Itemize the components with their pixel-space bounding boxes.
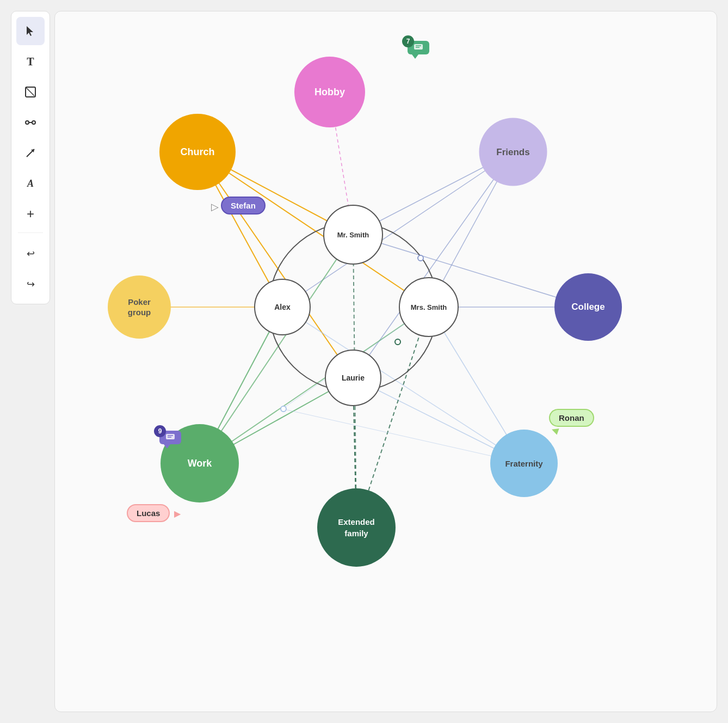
select-tool[interactable]	[16, 17, 45, 45]
svg-rect-36	[414, 44, 423, 50]
svg-point-3	[26, 121, 29, 124]
connect-tool[interactable]	[16, 108, 45, 137]
label-ronan[interactable]: Ronan ▶	[549, 409, 594, 427]
node-exfamily[interactable]: Extendedfamily	[317, 488, 396, 567]
label-lucas[interactable]: Lucas ▶	[127, 504, 170, 522]
node-work-label: Work	[188, 458, 212, 469]
node-laurie[interactable]: Laurie	[325, 350, 381, 406]
node-poker[interactable]: Pokergroup	[108, 275, 171, 339]
node-hobby-label: Hobby	[314, 87, 345, 98]
stefan-label: Stefan	[231, 201, 256, 210]
text-tool[interactable]: T	[16, 47, 45, 76]
toolbar: T A + ↩ ↪	[11, 11, 50, 304]
graph-canvas[interactable]: Hobby Church Friends Pokergroup College …	[54, 11, 717, 712]
toolbar-divider	[18, 232, 43, 233]
svg-marker-0	[27, 26, 33, 36]
svg-point-33	[418, 255, 423, 261]
svg-line-2	[26, 87, 34, 96]
svg-rect-39	[166, 434, 175, 439]
svg-line-16	[282, 152, 513, 307]
node-fraternity[interactable]: Fraternity	[490, 430, 558, 497]
node-friends-label: Friends	[496, 146, 529, 157]
node-alex[interactable]: Alex	[254, 279, 311, 335]
node-laurie-label: Laurie	[342, 373, 365, 382]
redo-button[interactable]: ↪	[16, 270, 45, 298]
draw-tool[interactable]: A	[16, 169, 45, 198]
node-church[interactable]: Church	[159, 114, 236, 190]
svg-line-18	[353, 235, 588, 307]
svg-point-4	[32, 121, 35, 124]
svg-line-25	[200, 235, 353, 463]
add-tool[interactable]: +	[16, 200, 45, 228]
badge-purple[interactable]: 9	[159, 431, 181, 444]
node-alex-label: Alex	[274, 303, 291, 311]
node-mrssmith-label: Mrs. Smith	[411, 303, 447, 311]
svg-line-30	[282, 409, 524, 463]
node-mrssmith[interactable]: Mrs. Smith	[399, 277, 459, 337]
node-college-label: College	[571, 302, 604, 313]
arrow-tool[interactable]	[16, 139, 45, 167]
edges-svg	[55, 11, 717, 712]
badge2-count: 9	[158, 427, 162, 435]
node-poker-label: Pokergroup	[128, 297, 151, 318]
node-exfamily-label: Extendedfamily	[338, 516, 375, 539]
sticky-tool[interactable]	[16, 78, 45, 106]
svg-line-15	[353, 152, 513, 378]
node-college[interactable]: College	[554, 273, 622, 341]
undo-button[interactable]: ↩	[16, 240, 45, 268]
node-mrsmith[interactable]: Mr. Smith	[323, 205, 383, 265]
ronan-label: Ronan	[559, 413, 584, 422]
svg-line-26	[200, 307, 429, 463]
svg-point-34	[395, 339, 400, 345]
undo-redo-group: ↩ ↪	[16, 240, 45, 298]
badge1-count: 7	[406, 38, 410, 45]
svg-line-10	[198, 152, 353, 378]
svg-point-35	[281, 406, 286, 412]
lucas-label: Lucas	[137, 508, 160, 518]
node-mrsmith-label: Mr. Smith	[337, 231, 369, 239]
node-church-label: Church	[181, 146, 215, 158]
svg-line-21	[282, 307, 524, 463]
label-stefan[interactable]: ▷ Stefan	[221, 197, 266, 215]
svg-line-11	[198, 152, 429, 307]
node-fraternity-label: Fraternity	[505, 459, 542, 468]
node-hobby[interactable]: Hobby	[294, 57, 365, 127]
node-friends[interactable]: Friends	[479, 118, 547, 186]
badge-green[interactable]: 7	[408, 41, 429, 54]
